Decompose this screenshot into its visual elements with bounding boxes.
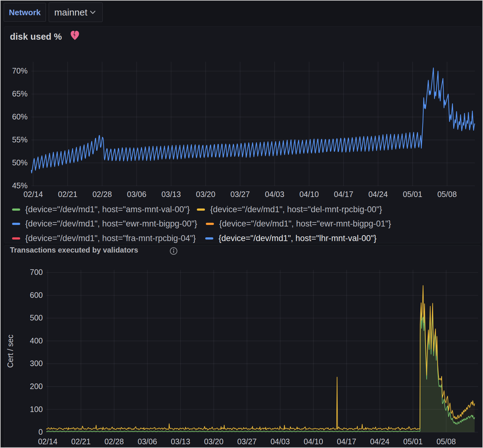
svg-text:55%: 55% (12, 135, 28, 144)
svg-text:04/17: 04/17 (334, 190, 353, 199)
svg-text:100: 100 (30, 405, 43, 414)
svg-text:03/27: 03/27 (237, 437, 257, 446)
svg-text:400: 400 (30, 336, 43, 345)
svg-text:65%: 65% (12, 89, 28, 98)
svg-text:05/01: 05/01 (403, 190, 423, 199)
svg-text:500: 500 (30, 313, 43, 322)
svg-text:300: 300 (30, 359, 43, 368)
svg-text:04/03: 04/03 (265, 190, 285, 199)
svg-text:04/24: 04/24 (370, 437, 390, 446)
svg-text:03/06: 03/06 (138, 437, 157, 446)
svg-text:05/01: 05/01 (403, 437, 423, 446)
svg-text:05/08: 05/08 (436, 437, 456, 446)
svg-text:02/14: 02/14 (38, 437, 58, 446)
svg-text:04/17: 04/17 (337, 437, 357, 446)
svg-text:02/28: 02/28 (92, 190, 112, 199)
svg-text:50%: 50% (12, 158, 28, 167)
svg-text:Cert / sec: Cert / sec (6, 335, 15, 368)
svg-text:02/28: 02/28 (104, 437, 124, 446)
svg-text:45%: 45% (12, 181, 28, 190)
svg-text:02/14: 02/14 (24, 190, 43, 199)
svg-text:60%: 60% (12, 112, 28, 121)
svg-text:02/21: 02/21 (71, 437, 91, 446)
svg-text:04/24: 04/24 (368, 190, 388, 199)
svg-text:200: 200 (30, 382, 43, 391)
svg-text:600: 600 (30, 291, 43, 299)
svg-text:03/06: 03/06 (127, 190, 147, 199)
svg-text:03/20: 03/20 (196, 190, 215, 199)
svg-text:03/13: 03/13 (162, 190, 181, 199)
svg-text:04/10: 04/10 (299, 190, 319, 199)
svg-text:02/21: 02/21 (58, 190, 78, 199)
svg-text:03/20: 03/20 (204, 437, 224, 446)
svg-text:04/10: 04/10 (304, 437, 323, 446)
svg-text:04/03: 04/03 (270, 437, 290, 446)
svg-text:700: 700 (30, 268, 43, 276)
svg-text:0: 0 (38, 428, 43, 436)
svg-text:05/08: 05/08 (437, 190, 457, 199)
svg-text:03/13: 03/13 (171, 437, 190, 446)
svg-text:70%: 70% (12, 66, 28, 75)
svg-text:03/27: 03/27 (230, 190, 250, 199)
